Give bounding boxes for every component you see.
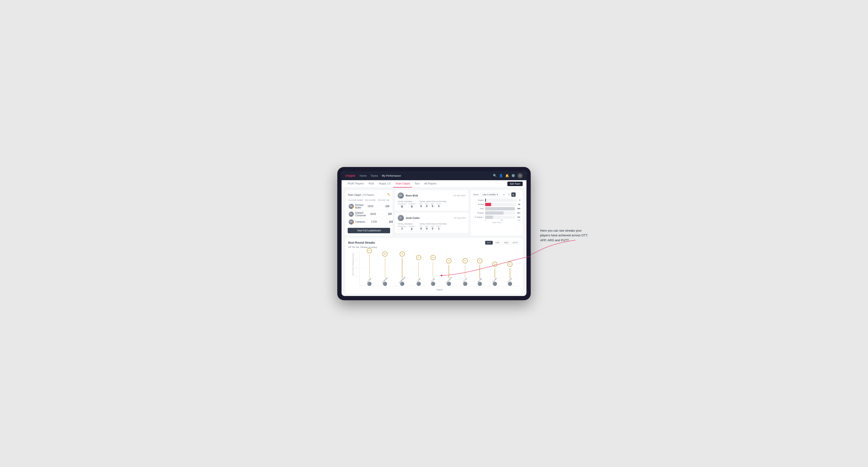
tab-pgat-players[interactable]: PGAT Players <box>345 180 366 187</box>
chart-area: 2 4 6 <box>360 251 520 286</box>
streak-bars: 7x E. Ebert 6x <box>360 251 520 286</box>
bar-container <box>485 211 515 215</box>
tab-pga[interactable]: PGA <box>366 180 376 187</box>
avatar: EC 2 <box>349 212 354 217</box>
streak-subtitle-italic: Fairway Accuracy <box>361 246 377 248</box>
streak-bubble: 3x <box>507 261 513 267</box>
chart-view-toggle[interactable]: ▤ <box>512 192 516 197</box>
card-header: RB Rees Britt 02 Sep 2023 <box>398 192 466 198</box>
streak-bar-item: 7x E. Ebert <box>367 255 372 286</box>
arg-stat: ARG 0 <box>431 203 434 208</box>
nav-link-home[interactable]: Home <box>360 174 367 178</box>
filter-ott[interactable]: OTT <box>485 241 493 245</box>
bar-label: D. Bogeys + <box>473 216 484 218</box>
grid-view-toggle[interactable]: ⊞ <box>502 192 506 197</box>
streak-line <box>479 265 480 278</box>
player-name: Edward Crossman <box>355 212 366 217</box>
tab-team-clippd[interactable]: Team Clippd <box>393 180 412 187</box>
streak-bar-item: 5x R. Britt <box>431 261 435 286</box>
card-header: JC Josh Coles 26 Aug 2023 <box>398 215 466 221</box>
bell-icon[interactable]: 🔔 <box>505 174 509 177</box>
avatar: RB 1 <box>349 204 354 209</box>
bar-row-eagles: Eagles 3 <box>473 198 520 202</box>
streak-bar-item: 4x E. Crossman <box>445 265 453 286</box>
rounds-sub-row: Tournament 7 Practice 2 <box>398 225 415 231</box>
app-stat: APP 0 <box>425 225 428 230</box>
player-row[interactable]: EC 2 Edward Crossman 18/20 107 <box>348 210 390 218</box>
streak-bar-item: 4x D. Ford <box>463 265 467 286</box>
tablet-screen: clippd Home Teams My Performance 🔍 👤 🔔 ⚙… <box>342 171 526 296</box>
app-label: APP <box>425 203 428 205</box>
putt-stat: PUTT 1 <box>437 225 441 230</box>
player-name: Cameron... <box>355 220 367 223</box>
search-icon[interactable]: 🔍 <box>493 174 497 177</box>
player-avg: 103 <box>381 220 393 223</box>
player-name-label: D. Ford <box>463 278 467 282</box>
player-info: RB 1 Richard Butler <box>349 204 363 209</box>
rounds-label: Total Rounds <box>398 200 415 203</box>
tab-hcaps[interactable]: Hcaps 1-5 <box>376 180 393 187</box>
streak-line <box>448 265 449 278</box>
activities-sub-row: OTT 0 APP 0 ARG <box>420 225 446 230</box>
x-label-400: 400 <box>518 219 520 221</box>
streak-subtitle: Off The Tee, Fairway Accuracy <box>348 246 520 248</box>
nav-bar: clippd Home Teams My Performance 🔍 👤 🔔 ⚙… <box>342 171 526 180</box>
bar-row-birdies: Birdies 96 <box>473 203 520 206</box>
view-leaderboard-button[interactable]: View Full Leaderboard <box>348 228 390 233</box>
ott-stat: OTT 0 <box>420 225 423 230</box>
streak-line <box>433 261 433 278</box>
streak-bubble: 3x <box>492 261 497 267</box>
players-count: | 14 Players <box>362 194 374 196</box>
streak-bar-item: 3x R. Butler <box>492 268 497 286</box>
tab-tour[interactable]: Tour <box>412 180 422 187</box>
user-avatar[interactable]: U <box>518 173 523 178</box>
streak-line <box>385 258 385 278</box>
practice-activities-label: Total Practice Activities <box>420 200 446 203</box>
player-row[interactable]: RB 1 Richard Butler 19/20 110 <box>348 203 390 210</box>
streak-line <box>510 268 510 278</box>
chevron-down-icon: ▾ <box>497 193 498 196</box>
player-info: EC 2 Edward Crossman <box>349 212 366 217</box>
col-pb-avg: PB AVG SQ <box>377 199 389 201</box>
practice-label: Practice <box>409 225 415 227</box>
filter-app[interactable]: APP <box>494 241 501 245</box>
ott-label: OTT <box>420 225 423 227</box>
x-label-200: 200 <box>500 219 503 221</box>
streak-bar-item: 3x C. Quick <box>507 268 513 286</box>
rank-badge: 3 <box>352 223 354 224</box>
arg-label: ARG <box>431 203 434 205</box>
arg-value: 0 <box>432 205 433 208</box>
table-view-toggle[interactable]: ↕ <box>516 192 520 197</box>
app-label: APP <box>425 225 428 227</box>
chart-x-title: Total Shots <box>473 221 520 224</box>
settings-icon[interactable]: ⚙️ <box>512 174 515 177</box>
nav-link-performance[interactable]: My Performance <box>382 174 401 178</box>
putt-value: 0 <box>438 205 440 208</box>
bar-chart-panel: Show Last 3 months ▾ ⊞ ☰ ▤ ↕ <box>471 190 523 236</box>
app-stat: APP 0 <box>425 203 428 208</box>
view-toggles: ⊞ ☰ ▤ ↕ <box>502 192 520 197</box>
edit-icon[interactable]: ✏️ <box>387 193 390 196</box>
tab-all-players[interactable]: All Players <box>422 180 439 187</box>
top-section: Team Clippd | 14 Players ✏️ PLAYER NAME … <box>345 190 523 236</box>
streak-line <box>465 265 465 278</box>
player-card-rees: RB Rees Britt 02 Sep 2023 Total Rounds <box>395 190 468 211</box>
nav-link-teams[interactable]: Teams <box>371 174 378 178</box>
filter-arg[interactable]: ARG <box>502 241 510 245</box>
period-dropdown[interactable]: Last 3 months ▾ <box>481 193 500 196</box>
list-view-toggle[interactable]: ☰ <box>507 192 511 197</box>
filter-putt[interactable]: PUTT <box>511 241 520 245</box>
player-row[interactable]: CA 3 Cameron... 17/20 103 <box>348 218 390 226</box>
period-label: Last 3 months <box>483 193 496 196</box>
col-player-name: PLAYER NAME <box>349 199 363 201</box>
add-team-button[interactable]: Add Team <box>507 182 523 186</box>
sub-nav: PGAT Players PGA Hcaps 1-5 Team Clippd T… <box>342 180 526 188</box>
rounds-group: Total Rounds Tournament 7 Practice <box>398 223 415 231</box>
player-avatar-small <box>463 282 467 286</box>
arg-value: 0 <box>432 227 433 230</box>
person-icon[interactable]: 👤 <box>499 174 503 177</box>
rank-badge: 2 <box>352 215 354 217</box>
ott-stat: OTT 0 <box>420 203 423 208</box>
tournament-value: 7 <box>401 227 403 231</box>
col-pb-score: PB SCORE <box>363 199 377 201</box>
